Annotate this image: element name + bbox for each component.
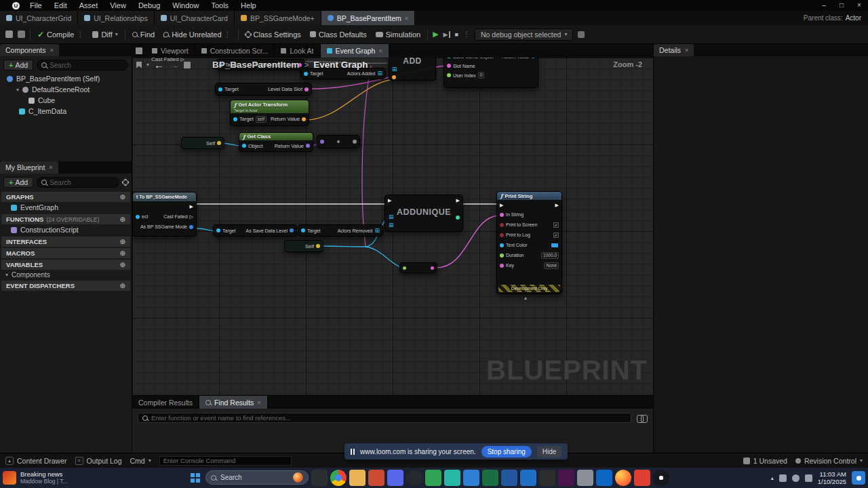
maximize-button[interactable]: □ [833,0,850,11]
expander-icon[interactable]: ▾ [5,272,8,278]
return-value-pin[interactable] [531,58,535,58]
output-log-button[interactable]: ≡ Output Log [75,457,122,465]
array-pin[interactable]: ⊞ [392,66,397,73]
find-button[interactable]: Find [130,30,157,39]
save-game-object-pin[interactable] [447,58,451,58]
close-button[interactable]: × [850,0,868,11]
array-pin[interactable]: ⊞ [374,228,380,234]
target-pin[interactable] [233,117,237,121]
save-icon[interactable] [5,30,13,38]
node-conversion-1[interactable] [317,135,360,148]
close-icon[interactable]: × [685,47,688,54]
menu-edit[interactable]: Edit [48,0,73,11]
components-search-input[interactable] [50,62,123,69]
section-interfaces[interactable]: INTERFACES ⊕ [1,237,130,247]
find-in-blueprints-icon[interactable] [637,415,648,422]
exec-in-pin[interactable]: ▶ [388,198,391,203]
app-firefox-icon[interactable] [615,470,631,486]
tab-close-icon[interactable]: × [405,15,408,22]
find-references-field[interactable] [138,413,631,423]
print-to-log-checkbox[interactable]: ✓ [553,232,559,238]
tab-ui-charactercard[interactable]: UI_CharacterCard [155,11,235,25]
stop-button[interactable]: ■ [455,31,458,38]
hide-unrelated-options-icon[interactable]: ⋮ [224,30,231,38]
app-excel-green-icon[interactable] [425,470,441,486]
self-pin[interactable] [316,244,320,248]
menu-help[interactable]: Help [235,0,262,11]
exec-out-pin[interactable]: ▶ [555,203,559,207]
app-word-icon[interactable] [501,470,517,486]
self-pin[interactable] [217,141,221,145]
output-pin[interactable] [290,228,294,232]
user-index-value[interactable]: 0 [478,72,485,79]
item-constructionscript[interactable]: ConstructionScript [0,224,132,235]
in-string-pin[interactable] [500,213,504,217]
tab-bp-baseparentitem[interactable]: BP_BaseParentItem × [321,11,415,25]
output-pin[interactable] [353,140,357,144]
tab-compiler-results[interactable]: Compiler Results [132,396,199,409]
app-edge-tiles-icon[interactable] [463,470,479,486]
components-search[interactable] [37,60,128,70]
tray-display-icon[interactable] [779,474,787,482]
class-settings-button[interactable]: Class Settings [243,30,303,39]
start-button[interactable] [191,473,200,483]
news-widget[interactable]: Breaking news Maddow Blog | T... [3,470,68,485]
add-graph-icon[interactable]: ⊕ [120,193,125,201]
exec-out-pin[interactable]: ▶ [190,204,193,209]
exec-out-pin[interactable]: ▶ [456,198,460,203]
settings-gear-icon[interactable] [123,180,128,185]
hide-button[interactable]: Hide [537,446,562,458]
tab-viewport[interactable]: Viewport [146,44,195,58]
notification-center-button[interactable] [852,471,865,485]
input-pin[interactable] [320,140,324,144]
taskbar-search[interactable]: Search [205,470,309,485]
my-blueprint-add-button[interactable]: + Add [3,177,33,188]
my-blueprint-tab[interactable]: My Blueprint × [0,161,58,174]
browse-content-icon[interactable] [18,30,25,38]
key-value[interactable]: None [544,262,559,269]
text-color-pin[interactable] [500,243,504,247]
app-folder-icon[interactable] [349,470,366,486]
node-addunique[interactable]: ▶ ▶ ADDUNIQUE ⊞ ⊞ [384,195,463,232]
my-blueprint-search[interactable] [37,177,119,188]
category-components[interactable]: ▾ Components [0,270,132,279]
target-pin[interactable] [218,87,222,92]
node-actors-removed[interactable]: Target Actors Removed ⊞ [298,224,383,237]
section-event-dispatchers[interactable]: EVENT DISPATCHERS ⊕ [1,281,130,291]
add-function-icon[interactable]: ⊕ [120,216,125,223]
unsaved-assets-button[interactable]: 1 Unsaved [743,457,787,465]
node-self-1[interactable]: Self [181,137,224,149]
section-graphs[interactable]: GRAPHS ⊕ [1,192,130,202]
graph-list-icon[interactable] [184,62,191,68]
clock[interactable]: 11:03 AM 1/10/2025 [818,470,846,485]
tab-look-at[interactable]: Look At [275,44,320,58]
menu-debug[interactable]: Debug [132,0,166,11]
expander-icon[interactable]: ▾ [16,87,19,93]
section-macros[interactable]: MACROS ⊕ [1,248,130,258]
app-rider-icon[interactable] [634,470,650,486]
frame-skip-button[interactable]: ▶ [443,31,450,38]
app-terminal-icon[interactable] [539,470,555,486]
tray-network-icon[interactable] [805,474,812,482]
simulation-button[interactable]: Simulation [374,30,422,39]
node-level-data-slot[interactable]: Target Level Data Slot [215,83,312,96]
play-button[interactable]: ▶ [433,30,438,39]
menu-view[interactable]: View [104,0,132,11]
minimize-button[interactable]: – [815,0,833,11]
input-pin[interactable] [403,266,406,270]
panel-expand-icon[interactable] [136,47,142,54]
components-tab[interactable]: Components × [0,44,59,56]
duration-value[interactable]: 1000.0 [541,252,559,259]
content-drawer-button[interactable]: ▴ Content Drawer [5,457,67,465]
app-outlook-icon[interactable] [520,470,536,486]
class-defaults-button[interactable]: Class Defaults [308,30,369,39]
print-to-log-pin[interactable] [500,233,504,237]
details-tab[interactable]: Details × [654,44,694,56]
node-as-save-data-level[interactable]: Target As Save Data Level [213,224,297,237]
components-add-button[interactable]: + Add [3,60,33,70]
print-to-screen-checkbox[interactable]: ✓ [553,222,559,228]
my-blueprint-search-input[interactable] [50,179,115,186]
app-chrome-icon[interactable] [330,470,347,486]
array-pin[interactable]: ⊞ [389,222,394,228]
nav-forward-icon[interactable]: → [169,59,179,70]
